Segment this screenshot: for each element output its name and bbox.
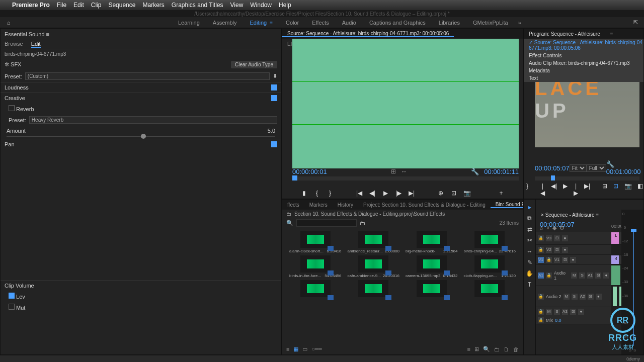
export-frame-icon[interactable]: 📷 [463, 190, 470, 197]
solo-s[interactable]: S [629, 348, 631, 352]
ws-color[interactable]: Color [286, 20, 299, 26]
type-tool-icon[interactable]: T [528, 281, 531, 288]
pan-label[interactable]: Pan [5, 141, 15, 147]
menu-markers[interactable]: Markers [142, 2, 164, 9]
menu-clip[interactable]: Clip [91, 2, 102, 9]
bin-item[interactable]: camera-13695.mp30:18432 [404, 255, 460, 278]
es-tab-browse[interactable]: Browse [5, 41, 23, 48]
bin-icon[interactable]: 🗀 [286, 211, 291, 217]
ws-editing[interactable]: Editing [250, 20, 273, 26]
track-header-A1[interactable]: A1🔒Audio 1MSA1⊡● [536, 265, 611, 286]
solo-s2[interactable]: S [633, 348, 636, 352]
freeform-view-icon[interactable]: ▭ [302, 346, 307, 352]
sort-icon[interactable]: ≡ [467, 346, 470, 352]
settings-icon[interactable]: ⚙ [559, 225, 565, 231]
timeline-ruler[interactable]: 00:00:05:0000:00:06:0000:00:07:0000:00:0… [611, 224, 621, 231]
bin-item[interactable]: birds-chirping-04...22:47616 [462, 231, 518, 253]
p-mark-clip-icon[interactable]: } [526, 183, 528, 197]
bin-item[interactable]: alarm-clock-short...8:28416 [287, 231, 344, 253]
ws-effects[interactable]: Effects [312, 20, 329, 26]
menu-sequence[interactable]: Sequence [108, 2, 135, 9]
track-header-V1[interactable]: V1🔒V1⊡● [536, 255, 611, 264]
mark-clip-icon[interactable]: } [327, 190, 334, 197]
playhead[interactable] [633, 232, 634, 345]
menu-edit[interactable]: Edit [73, 2, 84, 9]
p-play-icon[interactable]: ▶ [563, 183, 568, 197]
es-tab-edit[interactable]: Edit [31, 41, 41, 48]
menu-window[interactable]: Window [250, 2, 272, 9]
step-back-icon[interactable]: ◀| [369, 190, 376, 197]
list-view-icon[interactable]: ≡ [286, 346, 289, 352]
trash-icon[interactable]: 🗑 [513, 346, 519, 352]
resolution-select[interactable]: Full [587, 164, 606, 172]
mute-checkbox[interactable] [9, 304, 15, 310]
clear-audio-type-button[interactable]: Clear Audio Type [231, 61, 277, 68]
track-header-V2[interactable]: 🔒V2⊡● [536, 245, 611, 254]
track-lane-V1[interactable]: Gear Up.mp44. Lace Up.mp45. Warm Up.mp4D… [611, 255, 621, 264]
tab-source[interactable]: Source: Sequence - Athleisure: birds-chi… [282, 31, 454, 37]
mark-out-icon[interactable]: { [313, 190, 320, 197]
goto-in-icon[interactable]: |◀ [356, 190, 363, 197]
p-step-back-icon[interactable]: ◀| [551, 183, 557, 197]
creative-label[interactable]: Creative [5, 95, 25, 101]
menu-view[interactable]: View [230, 2, 244, 9]
search-input[interactable] [296, 219, 357, 227]
source-waveform[interactable] [292, 39, 519, 168]
p-step-fwd-icon[interactable]: |▶ [574, 183, 578, 197]
new-item-icon[interactable]: 🗋 [504, 346, 509, 352]
zoom-slider[interactable]: ○━━ [311, 346, 322, 352]
bin-item[interactable]: birds-in-the-fore...54:03456 [287, 255, 344, 278]
new-bin-btn-icon[interactable]: 🗀 [494, 346, 500, 352]
preset-select[interactable]: (Custom) [25, 72, 270, 80]
menu-help[interactable]: Help [279, 2, 291, 9]
tab-program[interactable]: Program: Sequence - Athleisure [524, 31, 605, 37]
track-lane-A1[interactable] [611, 265, 621, 286]
clip[interactable] [611, 265, 620, 285]
goto-out-icon[interactable]: ▶| [408, 190, 415, 197]
amount-slider[interactable] [7, 136, 275, 137]
level-checkbox[interactable] [9, 293, 15, 299]
tab-markers[interactable]: Markers [304, 202, 333, 208]
bin-item[interactable] [287, 280, 344, 298]
find-icon[interactable]: 🔍 [483, 346, 490, 352]
bin-item[interactable] [346, 280, 402, 298]
auto-seq-icon[interactable]: ⊞ [474, 346, 479, 352]
p-export-frame-icon[interactable]: 📷 [624, 183, 631, 197]
track-header-V3[interactable]: 🔒V3⊡● [536, 232, 611, 244]
source-scrubber[interactable] [292, 176, 519, 180]
timeline-seq-tab[interactable]: × Sequence - Athleisure ≡ [536, 212, 604, 218]
reverb-preset-select[interactable]: Heavy Reverb [29, 116, 277, 124]
extract-icon[interactable]: ⊡ [613, 183, 618, 197]
track-lane-V3[interactable]: GEAR UPLACE UPWARM UPDip to Black [611, 232, 621, 244]
export-icon[interactable]: ⇱ [633, 19, 638, 26]
lift-icon[interactable]: ⊟ [602, 183, 607, 197]
preset-save-icon[interactable]: ⬇ [273, 73, 277, 79]
reverb-checkbox[interactable] [9, 105, 15, 111]
bin-item[interactable] [462, 280, 518, 298]
tab-bin[interactable]: Bin: Sound Effects [491, 202, 523, 208]
ws-gmetrix[interactable]: GMetrixPpLita [473, 20, 508, 26]
mix-header[interactable]: 🔒Mix0.0 [536, 316, 611, 324]
track-header-A3[interactable]: 🔒MSA3⊡● [536, 307, 611, 316]
hand-tool-icon[interactable]: ✋ [526, 270, 533, 277]
step-fwd-icon[interactable]: |▶ [395, 190, 402, 197]
snap-icon[interactable]: ⌕ [540, 225, 543, 231]
bin-item[interactable] [404, 280, 460, 298]
bin-item[interactable]: cafe-ambience-9...20:20016 [346, 255, 402, 278]
insert-icon[interactable]: ⊕ [437, 190, 444, 197]
selection-tool-icon[interactable]: ▸ [528, 204, 531, 211]
ws-captions[interactable]: Captions and Graphics [369, 20, 426, 26]
ws-learning[interactable]: Learning [178, 20, 200, 26]
ws-overflow-icon[interactable]: » [518, 20, 521, 26]
marker-icon[interactable]: ◆ [552, 225, 556, 231]
bin-item[interactable]: ambience_restaur...2:00000 [346, 231, 402, 253]
p-goto-out-icon[interactable]: ▶| [584, 183, 590, 197]
prog-wrench-icon[interactable]: 🔧 [606, 160, 614, 168]
tab-effects-p[interactable]: ffects [282, 202, 304, 208]
p-goto-in-icon[interactable]: |◀ [540, 183, 545, 197]
dd-text[interactable]: Text [524, 74, 644, 82]
track-lane-A2[interactable] [611, 286, 621, 307]
tab-history[interactable]: History [333, 202, 358, 208]
ws-assembly[interactable]: Assembly [213, 20, 237, 26]
menu-file[interactable]: File [57, 2, 66, 9]
